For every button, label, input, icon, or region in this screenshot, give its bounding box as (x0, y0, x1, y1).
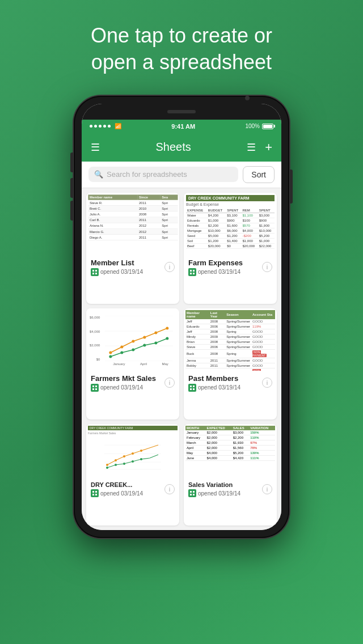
phone-screen: 📶 9:41 AM 100% ☰ Sheets ☰ + 🔍 Search (82, 104, 281, 530)
x-label: January (113, 362, 125, 366)
table-row: Diego A.2011Spri (88, 234, 178, 240)
sheets-icon (91, 384, 99, 392)
info-icon-small-farm[interactable]: i (164, 484, 175, 494)
info-icon-past[interactable]: i (262, 378, 272, 388)
farm-subtitle: Budget & Expense (186, 202, 275, 206)
card-farmers-sales[interactable]: $6,000 $4,000 $2,000 $0 (86, 308, 179, 420)
card-preview-past-members: Member nameLast YearSeasonAccount Sta Je… (184, 308, 277, 371)
signal-dot-2 (94, 125, 97, 128)
battery-bar (262, 124, 273, 129)
table-row: Brett C.2010Spri (88, 205, 178, 211)
svg-point-40 (140, 450, 142, 452)
svg-rect-25 (95, 385, 97, 387)
status-time: 9:41 AM (171, 123, 195, 130)
info-icon-member[interactable]: i (164, 262, 175, 272)
headline: One tap to create or open a spreadsheet (57, 0, 306, 93)
signal-dot-3 (99, 125, 102, 128)
svg-point-19 (121, 351, 124, 354)
svg-point-13 (121, 345, 124, 348)
svg-rect-53 (193, 494, 195, 495)
table-row: Marcio G.2012Spri (88, 228, 178, 234)
card-preview-farm: DRY CREEK COMMUNITY FARM Budget & Expens… (184, 193, 277, 255)
table-row: June$4,000$4,420111% (185, 456, 275, 461)
card-footer-small-farm: DRY CREEK... opened 03/19/14 i (86, 478, 179, 501)
y-label: $0 (90, 358, 100, 361)
card-small-farm[interactable]: DRY CREEK COMMUNITY FARM Farmers Market … (86, 424, 179, 525)
list-view-icon[interactable]: ☰ (247, 141, 256, 154)
svg-rect-27 (95, 388, 97, 390)
search-field[interactable]: 🔍 Search for spreadsheets (88, 167, 238, 182)
card-footer-past-members: Past Members opened 03/19/14 i (184, 371, 277, 395)
svg-rect-47 (95, 491, 97, 493)
table-row: Carl B.2011Spri (88, 217, 178, 223)
svg-rect-2 (92, 273, 94, 274)
months-table-wrap: MONTHEXPECTEDSALESVARIATION January$2,00… (184, 424, 277, 463)
card-info-months: Sales Variation opened 03/19/14 (188, 481, 240, 497)
table-row: Eduardo$1,000$900$100$900 (186, 218, 275, 223)
table-row: Rentals$2,200$1,600$570$1,900 (186, 223, 275, 228)
card-footer-farmers: Farmers Mkt Sales opened 03/19/14 i (86, 371, 179, 395)
svg-point-38 (123, 455, 125, 457)
menu-icon[interactable]: ☰ (91, 141, 100, 154)
info-icon-farmers[interactable]: i (164, 378, 175, 388)
table-row: January$2,000$3,000150% (185, 430, 275, 435)
sheets-icon (91, 489, 99, 497)
phone-mockup: 📶 9:41 AM 100% ☰ Sheets ☰ + 🔍 Search (74, 96, 289, 538)
card-preview-member-list: Member name Since Sea Steve R.2011Spri B… (86, 193, 179, 255)
wifi-icon: 📶 (115, 123, 121, 129)
info-icon-months[interactable]: i (262, 484, 272, 494)
svg-point-15 (143, 336, 146, 338)
y-label: $4,000 (90, 330, 100, 333)
card-title: Farm Expenses (188, 259, 243, 267)
svg-point-23 (166, 337, 169, 340)
battery-area: 100% (245, 123, 273, 129)
card-info-small-farm: DRY CREEK... opened 03/19/14 (91, 481, 143, 497)
card-months-table[interactable]: MONTHEXPECTEDSALESVARIATION January$2,00… (184, 424, 277, 525)
svg-rect-28 (190, 385, 192, 387)
table-row: Jenna2011Spring/SummerGOOD (185, 358, 275, 363)
add-icon[interactable]: + (265, 140, 272, 155)
app-header: ☰ Sheets ☰ + (82, 133, 281, 162)
signal-dot-5 (108, 125, 111, 128)
card-preview-small-farm: DRY CREEK COMMUNITY FARM Farmers Market … (86, 424, 179, 478)
sort-button[interactable]: Sort (243, 166, 275, 183)
svg-rect-0 (92, 270, 94, 272)
table-row: Jeff2008SpringGOOD (185, 329, 275, 334)
svg-rect-49 (95, 494, 97, 495)
card-title: Member List (91, 259, 143, 267)
card-past-members[interactable]: Member nameLast YearSeasonAccount Sta Je… (184, 308, 277, 420)
y-label: $6,000 (90, 316, 100, 319)
card-date: opened 03/19/14 (188, 489, 240, 497)
card-title: Past Members (188, 374, 240, 383)
chart-area: $6,000 $4,000 $2,000 $0 (86, 308, 179, 371)
svg-rect-31 (193, 388, 195, 390)
info-icon-farm[interactable]: i (262, 262, 272, 272)
table-row: February$2,000$2,200110% (185, 435, 275, 440)
signal-dot-1 (90, 125, 92, 128)
svg-point-41 (106, 467, 108, 469)
x-label: May (162, 362, 168, 366)
table-row: Buck2008SpringNON-PAYMENT (185, 349, 275, 358)
card-date: opened 03/19/14 (91, 268, 143, 276)
small-farm-content: DRY CREEK COMMUNITY FARM Farmers Market … (86, 424, 179, 473)
y-label: $2,000 (90, 344, 100, 347)
table-row: Seed$5,000$1,200-$200$5,200 (186, 233, 275, 238)
card-farm-expenses[interactable]: DRY CREEK COMMUNITY FARM Budget & Expens… (184, 193, 277, 304)
svg-rect-50 (190, 491, 192, 493)
svg-rect-52 (190, 494, 192, 495)
card-member-list[interactable]: Member name Since Sea Steve R.2011Spri B… (86, 193, 179, 304)
svg-rect-29 (193, 385, 195, 387)
sheets-icon (188, 268, 196, 276)
small-farm-subtitle: Farmers Market Sales (88, 431, 178, 435)
search-icon: 🔍 (94, 170, 103, 179)
past-members-table: Member nameLast YearSeasonAccount Sta Je… (185, 310, 275, 371)
card-preview-months: MONTHEXPECTEDSALESVARIATION January$2,00… (184, 424, 277, 478)
svg-point-44 (132, 460, 134, 463)
table-row: April$2,000$1,56078% (185, 446, 275, 451)
small-chart-svg (88, 437, 178, 471)
card-title: DRY CREEK... (91, 481, 143, 488)
card-date: opened 03/19/14 (91, 489, 143, 497)
table-row: Beef$20,000$0$20,000$22,000 (186, 243, 275, 248)
card-date: opened 03/19/14 (188, 268, 243, 276)
header-actions: ☰ + (247, 140, 272, 155)
